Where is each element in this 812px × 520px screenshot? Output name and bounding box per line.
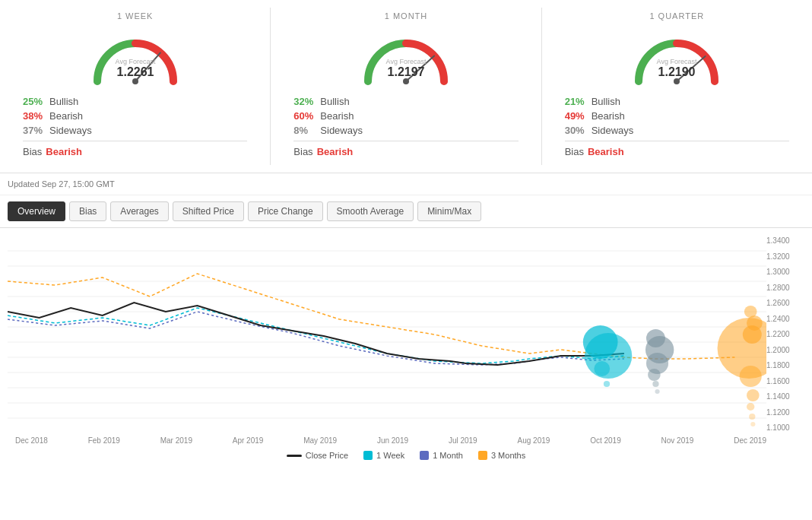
bias-label-0: Bias <box>23 146 42 157</box>
svg-point-41 <box>749 414 755 420</box>
bias-value-0: Bearish <box>46 146 82 157</box>
stats-2: 21% Bullish 49% Bearish 30% Sideways Bia… <box>557 89 797 161</box>
legend-1month: 1 Month <box>420 451 463 460</box>
svg-point-38 <box>740 366 762 387</box>
bullish-label-0: Bullish <box>49 96 78 107</box>
tab-minim/max[interactable]: Minim/Max <box>417 201 481 221</box>
gauge-svg-1: Avg Forecast 1.2197 <box>353 24 459 93</box>
tabs-bar: OverviewBiasAveragesShifted PricePrice C… <box>0 195 812 228</box>
svg-text:1.2197: 1.2197 <box>388 65 425 78</box>
legend-color-1week <box>363 451 373 460</box>
svg-text:Avg Forecast: Avg Forecast <box>115 58 155 65</box>
period-label-2: 1 QUARTER <box>649 11 704 21</box>
bias-row-0: Bias Bearish <box>23 146 247 157</box>
legend-color-1month <box>420 451 429 460</box>
forecast-panel-1: 1 MONTH Avg Forecast 1.2197 32% Bullish <box>271 8 541 165</box>
tab-smooth-average[interactable]: Smooth Average <box>327 201 414 221</box>
bearish-label-1: Bearish <box>320 110 354 122</box>
divider-0 <box>23 141 247 141</box>
stat-bearish-1: 60% Bearish <box>293 110 518 122</box>
bearish-pct-0: 38% <box>23 110 49 122</box>
stat-sideways-2: 30% Sideways <box>565 125 789 136</box>
period-label-0: 1 WEEK <box>117 11 154 21</box>
svg-point-42 <box>750 422 755 426</box>
sideways-pct-2: 30% <box>565 125 592 136</box>
gauge-svg-2: Avg Forecast 1.2190 <box>623 24 730 93</box>
svg-point-39 <box>747 389 760 401</box>
legend-label-1week: 1 Week <box>376 451 404 460</box>
legend-3months: 3 Months <box>478 451 525 460</box>
svg-point-40 <box>747 403 754 411</box>
bullish-pct-0: 25% <box>23 96 49 107</box>
legend-1week: 1 Week <box>363 451 404 460</box>
bearish-pct-1: 60% <box>293 110 320 122</box>
bullish-label-1: Bullish <box>320 96 349 107</box>
svg-point-33 <box>655 389 659 394</box>
legend-label-3months: 3 Months <box>491 451 525 460</box>
stat-sideways-1: 8% Sideways <box>293 125 518 136</box>
bias-value-2: Bearish <box>588 146 624 157</box>
legend-label-close: Close Price <box>306 451 348 460</box>
sideways-pct-1: 8% <box>293 125 320 136</box>
svg-point-9 <box>674 78 680 84</box>
legend-close-price: Close Price <box>287 451 348 460</box>
stat-bearish-2: 49% Bearish <box>565 110 789 122</box>
svg-text:1.2261: 1.2261 <box>116 65 154 78</box>
svg-point-5 <box>403 78 409 84</box>
legend-color-close <box>287 455 302 457</box>
stat-bullish-0: 25% Bullish <box>23 96 247 107</box>
update-text: Updated Sep 27, 15:00 GMT <box>8 179 115 189</box>
forecast-panel-2: 1 QUARTER Avg Forecast 1.2190 21% Bullis… <box>542 8 812 165</box>
stat-bullish-1: 32% Bullish <box>293 96 518 107</box>
gauge-2: Avg Forecast 1.2190 <box>623 24 730 85</box>
bias-row-2: Bias Bearish <box>565 146 789 157</box>
bullish-pct-2: 21% <box>565 96 592 107</box>
svg-point-32 <box>652 381 658 387</box>
bearish-label-2: Bearish <box>592 110 625 122</box>
bearish-label-0: Bearish <box>49 110 83 122</box>
tab-overview[interactable]: Overview <box>8 201 65 221</box>
svg-text:1.2190: 1.2190 <box>658 65 696 78</box>
stat-bearish-0: 38% Bearish <box>23 110 247 122</box>
sideways-label-1: Sideways <box>320 125 363 136</box>
stats-1: 32% Bullish 60% Bearish 8% Sideways Bias… <box>286 89 525 161</box>
sideways-pct-0: 37% <box>23 125 49 136</box>
stat-sideways-0: 37% Sideways <box>23 125 247 136</box>
bullish-pct-1: 32% <box>293 96 320 107</box>
gauge-1: Avg Forecast 1.2197 <box>353 24 459 85</box>
divider-1 <box>293 141 518 141</box>
x-axis: Dec 2018 Feb 2019 Mar 2019 Apr 2019 May … <box>8 433 766 445</box>
update-bar: Updated Sep 27, 15:00 GMT <box>0 173 812 195</box>
bearish-pct-2: 49% <box>565 110 592 122</box>
forecast-panels: 1 WEEK Avg Forecast 1.2261 25% Bullish <box>0 0 812 173</box>
gauge-0: Avg Forecast 1.2261 <box>82 24 189 85</box>
divider-2 <box>565 141 789 141</box>
tab-shifted-price[interactable]: Shifted Price <box>173 201 244 221</box>
period-label-1: 1 MONTH <box>385 11 428 21</box>
bias-value-1: Bearish <box>317 146 354 157</box>
legend-color-3months <box>478 451 487 460</box>
forecast-panel-0: 1 WEEK Avg Forecast 1.2261 25% Bullish <box>0 8 271 165</box>
chart-legend: Close Price 1 Week 1 Month 3 Months <box>8 451 804 460</box>
sideways-label-0: Sideways <box>49 125 92 136</box>
legend-label-1month: 1 Month <box>433 451 463 460</box>
tab-price-change[interactable]: Price Change <box>248 201 323 221</box>
main-chart <box>8 236 766 433</box>
y-axis: 1.3400 1.3200 1.3000 1.2800 1.2600 1.240… <box>766 236 804 433</box>
gauge-svg-0: Avg Forecast 1.2261 <box>82 24 189 93</box>
svg-point-26 <box>594 361 610 376</box>
svg-point-1 <box>132 78 138 84</box>
bias-label-1: Bias <box>293 146 312 157</box>
stat-bullish-2: 21% Bullish <box>565 96 789 107</box>
chart-area: 1.3400 1.3200 1.3000 1.2800 1.2600 1.240… <box>0 228 812 471</box>
bias-row-1: Bias Bearish <box>293 146 518 157</box>
svg-point-31 <box>648 369 661 381</box>
tab-bias[interactable]: Bias <box>69 201 106 221</box>
sideways-label-2: Sideways <box>592 125 634 136</box>
svg-point-27 <box>604 381 610 387</box>
chart-wrapper: 1.3400 1.3200 1.3000 1.2800 1.2600 1.240… <box>8 236 804 433</box>
tab-averages[interactable]: Averages <box>110 201 168 221</box>
svg-text:Avg Forecast: Avg Forecast <box>386 58 427 65</box>
svg-text:Avg Forecast: Avg Forecast <box>657 58 697 65</box>
stats-0: 25% Bullish 38% Bearish 37% Sideways Bia… <box>15 89 255 161</box>
